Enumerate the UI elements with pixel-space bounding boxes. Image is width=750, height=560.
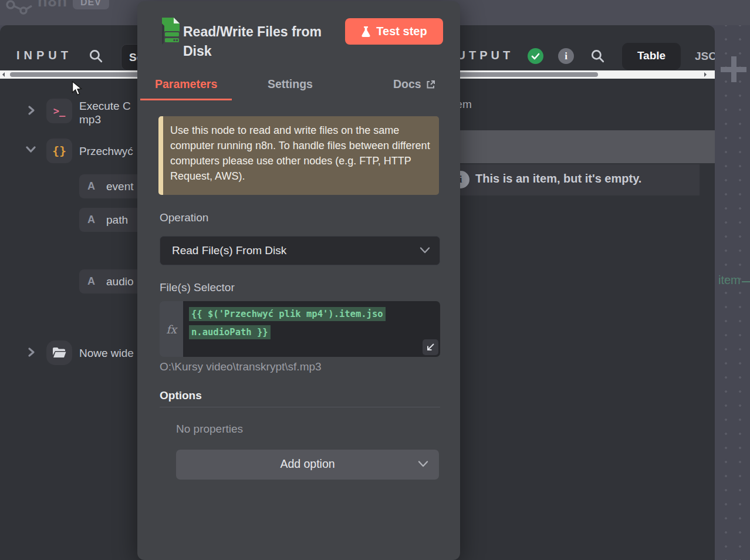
expression-line-2: n.audioPath }} — [189, 325, 271, 339]
mouse-cursor — [72, 81, 85, 96]
expression-input[interactable]: {{ $('Przechwyć plik mp4').item.jso n.au… — [183, 301, 440, 357]
file-selector-label: File(s) Selector — [160, 281, 235, 294]
chevron-down-icon — [420, 247, 430, 254]
expand-expression-icon[interactable] — [423, 339, 438, 355]
info-icon[interactable]: i — [558, 48, 574, 64]
operation-select[interactable]: Read File(s) From Disk — [160, 236, 440, 265]
empty-item-message: This is an item, but it's empty. — [475, 172, 641, 185]
output-search-icon[interactable] — [590, 48, 605, 63]
input-search-icon[interactable] — [88, 48, 103, 63]
chevron-down-icon — [418, 460, 428, 468]
node-notice: Use this node to read and write files on… — [158, 116, 439, 195]
schema-field-path[interactable]: A path — [79, 208, 141, 232]
resolved-expression-value: O:\Kursy video\transkrypt\sf.mp3 — [160, 360, 322, 373]
tab-docs[interactable]: Docs — [393, 77, 435, 91]
success-check-icon — [528, 48, 543, 64]
output-view-table-tab[interactable]: Table — [622, 43, 681, 70]
string-type-icon: A — [87, 180, 95, 193]
app-logo-text: n8n — [38, 0, 67, 11]
operation-label: Operation — [160, 211, 208, 224]
flask-icon — [361, 26, 371, 38]
tab-settings[interactable]: Settings — [268, 77, 313, 91]
string-type-icon: A — [87, 275, 95, 288]
dev-badge: DEV — [73, 0, 109, 9]
node-details-modal: Read/Write Files from Disk Test step Par… — [137, 1, 460, 560]
expression-line-1: {{ $('Przechwyć plik mp4').item.jso — [189, 307, 386, 321]
tab-parameters[interactable]: Parameters — [140, 77, 232, 100]
connection-line — [742, 281, 750, 282]
modal-tabs: Parameters Settings Docs — [137, 73, 460, 102]
chevron-down-icon[interactable] — [25, 144, 36, 154]
operation-value: Read File(s) From Disk — [172, 244, 286, 257]
external-link-icon — [426, 80, 435, 89]
workflow-canvas[interactable] — [716, 25, 750, 560]
read-write-file-node-icon — [158, 16, 183, 46]
expression-editor[interactable]: fx {{ $('Przechwyć plik mp4').item.jso n… — [160, 301, 440, 357]
schema-field-audio[interactable]: A audio — [79, 269, 141, 294]
no-properties-text: No properties — [176, 423, 243, 436]
n8n-logo-icon — [4, 0, 34, 15]
options-header: Options — [160, 389, 202, 402]
input-panel-title: INPUT — [16, 49, 72, 62]
modal-title: Read/Write Files from Disk — [183, 22, 340, 61]
tree-node-nowe-wideo[interactable]: Nowe wide — [79, 346, 134, 360]
test-step-label: Test step — [376, 25, 427, 38]
scrollbar-right-arrow[interactable] — [704, 72, 707, 77]
scrollbar-left-arrow[interactable] — [2, 72, 5, 77]
test-step-button[interactable]: Test step — [345, 18, 443, 45]
add-option-label: Add option — [280, 457, 335, 470]
fx-expression-icon: fx — [160, 301, 183, 357]
string-type-icon: A — [87, 214, 95, 226]
output-view-json-tab[interactable]: JSON — [695, 50, 715, 63]
chevron-right-icon[interactable] — [26, 105, 36, 116]
terminal-node-icon[interactable]: >_ — [46, 99, 72, 123]
tree-node-przechwyc[interactable]: Przechwyć — [79, 144, 133, 158]
folder-node-icon[interactable] — [46, 340, 72, 365]
add-node-plus-icon[interactable] — [721, 56, 746, 82]
options-divider — [160, 407, 440, 407]
connection-item-label: item — [718, 274, 741, 287]
tree-node-execute-command[interactable]: Execute C mp3 — [79, 99, 131, 126]
add-option-button[interactable]: Add option — [176, 450, 439, 480]
chevron-right-icon[interactable] — [26, 347, 36, 357]
braces-node-icon[interactable]: {} — [46, 139, 72, 163]
schema-field-event[interactable]: A event — [79, 174, 141, 198]
